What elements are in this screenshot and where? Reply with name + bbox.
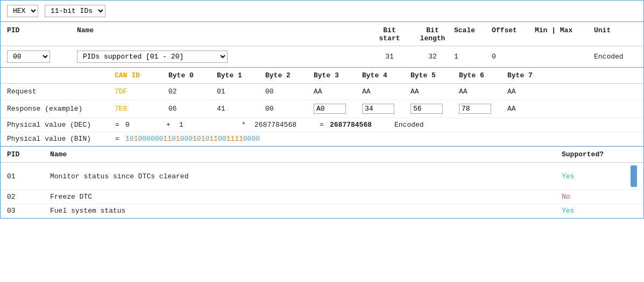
- format-select[interactable]: HEX DEC BIN: [7, 5, 38, 17]
- bin-bit: 0: [172, 135, 176, 143]
- response-byte6-input[interactable]: [459, 104, 491, 114]
- bin-bit: 1: [193, 135, 197, 143]
- row-pid: 01: [7, 172, 50, 180]
- physical-dec-eq: =: [109, 121, 125, 129]
- bin-bit: 0: [155, 135, 159, 143]
- row-supported: Yes: [562, 207, 626, 215]
- request-row: Request 7DF 02 01 00 AA AA AA AA AA: [1, 84, 643, 100]
- pid-scale: 1: [454, 53, 492, 61]
- response-byte4-cell: [362, 104, 411, 114]
- response-label: Response (example): [7, 105, 115, 113]
- request-label: Request: [7, 88, 115, 96]
- byte-header-b4: Byte 4: [362, 71, 411, 79]
- pid-bit-start: 31: [368, 53, 411, 61]
- row-pid: 02: [7, 193, 50, 201]
- table-row: 03 Fuel system status Yes: [1, 204, 643, 218]
- row-name: Monitor status since DTCs cleared: [50, 172, 562, 180]
- bin-bit: 1: [167, 135, 172, 143]
- toolbar: HEX DEC BIN 11-bit IDs 29-bit IDs: [1, 1, 643, 22]
- bin-bit: 0: [151, 135, 155, 143]
- header-offset: Offset: [492, 26, 535, 42]
- response-byte2: 00: [265, 105, 314, 113]
- supported-table-header: PID Name Supported?: [1, 146, 643, 163]
- byte-header-can-id: CAN ID: [115, 71, 168, 79]
- byte-header-b7: Byte 7: [507, 71, 556, 79]
- byte-header-b0: Byte 0: [168, 71, 217, 79]
- supported-header-name: Name: [50, 150, 562, 158]
- id-type-select[interactable]: 11-bit IDs 29-bit IDs: [45, 5, 105, 17]
- bin-bit: 1: [125, 135, 130, 143]
- response-can-id: 7E8: [115, 105, 168, 113]
- pid-name-select-wrap: PIDs supported [01 - 20]: [77, 50, 368, 63]
- bin-bit: 0: [218, 135, 222, 143]
- supported-header-supported: Supported?: [562, 150, 626, 158]
- request-byte0: 02: [168, 88, 217, 96]
- physical-dec-scale: 1: [179, 121, 233, 129]
- bin-bit: 1: [176, 135, 180, 143]
- header-min-max: Min | Max: [535, 26, 594, 42]
- bin-bit: 0: [130, 135, 134, 143]
- physical-bin-value: 10100000011010001010110011110000: [125, 135, 260, 143]
- supported-table-body: 01 Monitor status since DTCs cleared Yes…: [1, 163, 643, 218]
- physical-dec-op2: *: [233, 121, 254, 129]
- physical-dec-label: Physical value (DEC): [7, 121, 109, 129]
- physical-dec-eq2: =: [314, 121, 330, 129]
- bin-bit: 0: [222, 135, 227, 143]
- request-byte6: AA: [459, 88, 507, 96]
- bin-bit: 1: [239, 135, 243, 143]
- header-pid: PID: [7, 26, 77, 42]
- bin-bit: 0: [146, 135, 151, 143]
- byte-header-b6: Byte 6: [459, 71, 507, 79]
- pid-bit-length: 32: [411, 53, 454, 61]
- byte-header-b2: Byte 2: [265, 71, 314, 79]
- physical-bin-eq: =: [109, 135, 125, 143]
- bin-bit: 0: [243, 135, 247, 143]
- bin-bit: 0: [256, 135, 260, 143]
- byte-header-b5: Byte 5: [411, 71, 459, 79]
- response-byte1: 41: [217, 105, 265, 113]
- physical-dec-op1: +: [158, 121, 179, 129]
- header-bit-length: Bitlength: [411, 26, 454, 42]
- bin-bit: 1: [214, 135, 218, 143]
- row-supported: Yes: [562, 172, 626, 180]
- byte-header-b3: Byte 3: [314, 71, 362, 79]
- bin-bit: 0: [188, 135, 193, 143]
- row-name: Fuel system status: [50, 207, 562, 215]
- pid-row: 00 01 PIDs supported [01 - 20] 31 32 1 0…: [1, 46, 643, 68]
- header-name: Name: [77, 26, 368, 42]
- physical-dec-row: Physical value (DEC) = 0 + 1 * 268778456…: [1, 118, 643, 132]
- pid-select[interactable]: 00 01: [7, 50, 50, 63]
- response-byte4-input[interactable]: [362, 104, 394, 114]
- response-byte3-input[interactable]: [314, 104, 346, 114]
- request-byte1: 01: [217, 88, 265, 96]
- request-can-id: 7DF: [115, 88, 168, 96]
- bin-bit: 1: [209, 135, 214, 143]
- response-byte5-input[interactable]: [411, 104, 443, 114]
- physical-dec-unit: Encoded: [394, 121, 424, 129]
- column-headers: PID Name Bitstart Bitlength Scale Offset…: [1, 22, 643, 46]
- pid-name-select[interactable]: PIDs supported [01 - 20]: [77, 50, 228, 63]
- bin-bit: 1: [235, 135, 239, 143]
- response-row: Response (example) 7E8 06 41 00 AA: [1, 100, 643, 118]
- supported-header-scroll: [626, 150, 637, 158]
- byte-header-empty: [7, 71, 115, 79]
- response-byte7: AA: [507, 105, 556, 113]
- header-scale: Scale: [454, 26, 492, 42]
- header-bit-start: Bitstart: [368, 26, 411, 42]
- pid-unit: Encoded: [594, 53, 637, 61]
- row-supported: No: [562, 193, 626, 201]
- scrollbar[interactable]: [626, 165, 637, 187]
- physical-bin-label: Physical value (BIN): [7, 135, 109, 143]
- row-name: Freeze DTC: [50, 193, 562, 201]
- pid-offset: 0: [492, 53, 535, 61]
- request-byte5: AA: [411, 88, 459, 96]
- physical-dec-val: 0: [125, 121, 158, 129]
- supported-header-pid: PID: [7, 150, 50, 158]
- response-byte3-cell: [314, 104, 362, 114]
- physical-bin-row: Physical value (BIN) = 10100000011010001…: [1, 132, 643, 146]
- request-byte3: AA: [314, 88, 362, 96]
- table-row: 01 Monitor status since DTCs cleared Yes: [1, 163, 643, 190]
- table-row: 02 Freeze DTC No: [1, 190, 643, 204]
- request-byte2: 00: [265, 88, 314, 96]
- response-byte0: 06: [168, 105, 217, 113]
